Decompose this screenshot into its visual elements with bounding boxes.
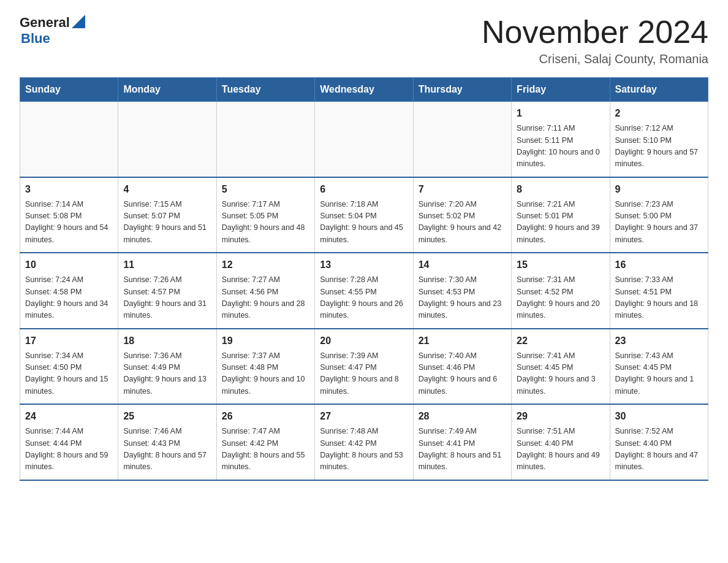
calendar-cell: 9Sunrise: 7:23 AMSunset: 5:00 PMDaylight… bbox=[610, 177, 708, 253]
day-info: Sunrise: 7:27 AMSunset: 4:56 PMDaylight:… bbox=[222, 274, 309, 322]
day-info: Sunrise: 7:24 AMSunset: 4:58 PMDaylight:… bbox=[25, 274, 113, 322]
day-info: Sunrise: 7:33 AMSunset: 4:51 PMDaylight:… bbox=[615, 274, 703, 322]
svg-marker-0 bbox=[72, 15, 85, 28]
day-number: 7 bbox=[419, 182, 506, 197]
main-title: November 2024 bbox=[482, 15, 708, 50]
day-number: 12 bbox=[222, 258, 309, 272]
calendar-cell: 23Sunrise: 7:43 AMSunset: 4:45 PMDayligh… bbox=[610, 329, 708, 405]
day-info: Sunrise: 7:46 AMSunset: 4:43 PMDaylight:… bbox=[123, 426, 211, 473]
calendar-cell: 15Sunrise: 7:31 AMSunset: 4:52 PMDayligh… bbox=[512, 253, 610, 329]
header-friday: Friday bbox=[512, 78, 610, 102]
day-info: Sunrise: 7:48 AMSunset: 4:42 PMDaylight:… bbox=[320, 426, 408, 473]
calendar-cell: 12Sunrise: 7:27 AMSunset: 4:56 PMDayligh… bbox=[216, 253, 314, 329]
day-info: Sunrise: 7:12 AMSunset: 5:10 PMDaylight:… bbox=[615, 123, 703, 170]
day-number: 5 bbox=[222, 182, 309, 197]
calendar-cell: 4Sunrise: 7:15 AMSunset: 5:07 PMDaylight… bbox=[118, 177, 216, 253]
calendar-cell: 22Sunrise: 7:41 AMSunset: 4:45 PMDayligh… bbox=[512, 329, 610, 405]
header-monday: Monday bbox=[118, 78, 216, 102]
calendar-cell: 19Sunrise: 7:37 AMSunset: 4:48 PMDayligh… bbox=[216, 329, 314, 405]
calendar-cell: 16Sunrise: 7:33 AMSunset: 4:51 PMDayligh… bbox=[610, 253, 708, 329]
header-thursday: Thursday bbox=[413, 78, 511, 102]
logo-blue-text: Blue bbox=[21, 31, 50, 47]
day-number: 8 bbox=[517, 182, 604, 197]
calendar-cell: 30Sunrise: 7:52 AMSunset: 4:40 PMDayligh… bbox=[610, 404, 708, 480]
calendar-cell: 8Sunrise: 7:21 AMSunset: 5:01 PMDaylight… bbox=[512, 177, 610, 253]
day-info: Sunrise: 7:36 AMSunset: 4:49 PMDaylight:… bbox=[123, 350, 211, 398]
day-info: Sunrise: 7:41 AMSunset: 4:45 PMDaylight:… bbox=[517, 350, 604, 398]
calendar-table: SundayMondayTuesdayWednesdayThursdayFrid… bbox=[20, 77, 708, 481]
day-number: 29 bbox=[517, 409, 604, 424]
day-number: 30 bbox=[615, 409, 703, 424]
week-row-4: 17Sunrise: 7:34 AMSunset: 4:50 PMDayligh… bbox=[20, 329, 708, 405]
calendar-cell bbox=[216, 102, 314, 177]
week-row-2: 3Sunrise: 7:14 AMSunset: 5:08 PMDaylight… bbox=[20, 177, 708, 253]
day-info: Sunrise: 7:23 AMSunset: 5:00 PMDaylight:… bbox=[615, 199, 703, 247]
day-info: Sunrise: 7:14 AMSunset: 5:08 PMDaylight:… bbox=[25, 199, 113, 247]
calendar-cell: 3Sunrise: 7:14 AMSunset: 5:08 PMDaylight… bbox=[20, 177, 118, 253]
calendar-cell: 2Sunrise: 7:12 AMSunset: 5:10 PMDaylight… bbox=[610, 102, 708, 177]
header-saturday: Saturday bbox=[610, 78, 708, 102]
day-number: 26 bbox=[222, 409, 309, 424]
day-number: 28 bbox=[419, 409, 506, 424]
calendar-cell: 14Sunrise: 7:30 AMSunset: 4:53 PMDayligh… bbox=[413, 253, 511, 329]
title-block: November 2024 Criseni, Salaj County, Rom… bbox=[482, 15, 708, 66]
day-number: 14 bbox=[419, 258, 506, 272]
calendar-cell bbox=[315, 102, 413, 177]
calendar-cell: 6Sunrise: 7:18 AMSunset: 5:04 PMDaylight… bbox=[315, 177, 413, 253]
day-number: 10 bbox=[25, 258, 113, 272]
page-header: General Blue November 2024 Criseni, Sala… bbox=[20, 15, 708, 66]
logo-triangle-icon bbox=[72, 15, 85, 28]
day-info: Sunrise: 7:21 AMSunset: 5:01 PMDaylight:… bbox=[517, 199, 604, 247]
week-row-5: 24Sunrise: 7:44 AMSunset: 4:44 PMDayligh… bbox=[20, 404, 708, 480]
day-info: Sunrise: 7:11 AMSunset: 5:11 PMDaylight:… bbox=[517, 123, 604, 170]
header-tuesday: Tuesday bbox=[216, 78, 314, 102]
day-number: 11 bbox=[123, 258, 211, 272]
header-sunday: Sunday bbox=[20, 78, 118, 102]
day-info: Sunrise: 7:37 AMSunset: 4:48 PMDaylight:… bbox=[222, 350, 309, 398]
day-info: Sunrise: 7:39 AMSunset: 4:47 PMDaylight:… bbox=[320, 350, 408, 398]
day-number: 20 bbox=[320, 334, 408, 348]
calendar-cell: 17Sunrise: 7:34 AMSunset: 4:50 PMDayligh… bbox=[20, 329, 118, 405]
day-number: 6 bbox=[320, 182, 408, 197]
logo-general-text: General bbox=[20, 15, 70, 31]
day-number: 17 bbox=[25, 334, 113, 348]
day-info: Sunrise: 7:28 AMSunset: 4:55 PMDaylight:… bbox=[320, 274, 408, 322]
day-number: 21 bbox=[419, 334, 506, 348]
day-info: Sunrise: 7:40 AMSunset: 4:46 PMDaylight:… bbox=[419, 350, 506, 398]
day-info: Sunrise: 7:17 AMSunset: 5:05 PMDaylight:… bbox=[222, 199, 309, 247]
day-info: Sunrise: 7:52 AMSunset: 4:40 PMDaylight:… bbox=[615, 426, 703, 473]
calendar-cell: 20Sunrise: 7:39 AMSunset: 4:47 PMDayligh… bbox=[315, 329, 413, 405]
day-info: Sunrise: 7:34 AMSunset: 4:50 PMDaylight:… bbox=[25, 350, 113, 398]
day-info: Sunrise: 7:15 AMSunset: 5:07 PMDaylight:… bbox=[123, 199, 211, 247]
day-info: Sunrise: 7:31 AMSunset: 4:52 PMDaylight:… bbox=[517, 274, 604, 322]
day-number: 27 bbox=[320, 409, 408, 424]
calendar-cell: 5Sunrise: 7:17 AMSunset: 5:05 PMDaylight… bbox=[216, 177, 314, 253]
day-info: Sunrise: 7:26 AMSunset: 4:57 PMDaylight:… bbox=[123, 274, 211, 322]
calendar-cell bbox=[118, 102, 216, 177]
day-info: Sunrise: 7:51 AMSunset: 4:40 PMDaylight:… bbox=[517, 426, 604, 473]
day-number: 4 bbox=[123, 182, 211, 197]
day-info: Sunrise: 7:30 AMSunset: 4:53 PMDaylight:… bbox=[419, 274, 506, 322]
calendar-body: 1Sunrise: 7:11 AMSunset: 5:11 PMDaylight… bbox=[20, 102, 708, 480]
calendar-header: SundayMondayTuesdayWednesdayThursdayFrid… bbox=[20, 78, 708, 102]
calendar-cell bbox=[20, 102, 118, 177]
day-info: Sunrise: 7:20 AMSunset: 5:02 PMDaylight:… bbox=[419, 199, 506, 247]
calendar-cell: 1Sunrise: 7:11 AMSunset: 5:11 PMDaylight… bbox=[512, 102, 610, 177]
day-info: Sunrise: 7:47 AMSunset: 4:42 PMDaylight:… bbox=[222, 426, 309, 473]
calendar-cell: 24Sunrise: 7:44 AMSunset: 4:44 PMDayligh… bbox=[20, 404, 118, 480]
subtitle: Criseni, Salaj County, Romania bbox=[482, 52, 708, 66]
calendar-cell: 11Sunrise: 7:26 AMSunset: 4:57 PMDayligh… bbox=[118, 253, 216, 329]
calendar-cell: 28Sunrise: 7:49 AMSunset: 4:41 PMDayligh… bbox=[413, 404, 511, 480]
day-number: 16 bbox=[615, 258, 703, 272]
day-number: 13 bbox=[320, 258, 408, 272]
day-number: 23 bbox=[615, 334, 703, 348]
calendar-cell: 29Sunrise: 7:51 AMSunset: 4:40 PMDayligh… bbox=[512, 404, 610, 480]
day-info: Sunrise: 7:43 AMSunset: 4:45 PMDaylight:… bbox=[615, 350, 703, 398]
day-number: 18 bbox=[123, 334, 211, 348]
calendar-cell bbox=[413, 102, 511, 177]
day-number: 2 bbox=[615, 106, 703, 121]
logo: General Blue bbox=[20, 15, 85, 47]
week-row-3: 10Sunrise: 7:24 AMSunset: 4:58 PMDayligh… bbox=[20, 253, 708, 329]
day-number: 15 bbox=[517, 258, 604, 272]
day-number: 19 bbox=[222, 334, 309, 348]
